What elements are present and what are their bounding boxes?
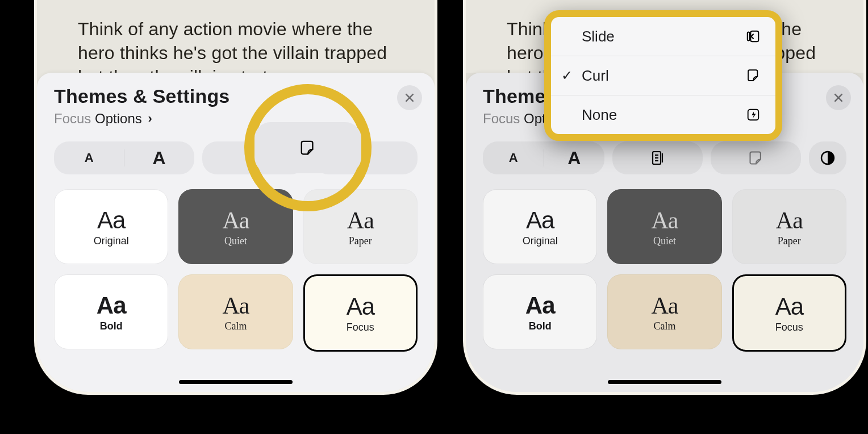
theme-sample: Aa <box>526 207 554 234</box>
phone-left: Think of any action movie where the hero… <box>37 0 435 392</box>
page-turn-menu: Slide ✓ Curl None <box>544 10 782 141</box>
theme-original[interactable]: Aa Original <box>54 189 168 264</box>
theme-sample: Aa <box>97 292 126 319</box>
menu-item-label: Curl <box>582 67 609 85</box>
theme-sample: Aa <box>223 207 249 234</box>
page-curl-icon <box>745 67 762 84</box>
menu-item-slide[interactable]: Slide <box>551 17 775 56</box>
font-size-control[interactable]: A A <box>54 141 194 174</box>
theme-label: Quiet <box>224 235 247 247</box>
scroll-icon <box>649 149 666 166</box>
theme-label: Calm <box>653 320 675 332</box>
theme-paper[interactable]: Aa Paper <box>732 189 846 264</box>
theme-bold[interactable]: Aa Bold <box>483 274 597 349</box>
theme-sample: Aa <box>776 207 803 234</box>
contrast-icon <box>819 149 836 166</box>
theme-sample: Aa <box>652 292 678 319</box>
theme-sample: Aa <box>775 293 803 320</box>
check-icon: ✓ <box>561 68 573 84</box>
options-link: Options <box>95 111 142 126</box>
theme-original[interactable]: Aa Original <box>483 189 597 264</box>
theme-calm[interactable]: Aa Calm <box>607 274 721 349</box>
active-theme-name: Focus <box>483 111 520 126</box>
theme-label: Paper <box>778 235 801 247</box>
menu-item-label: None <box>582 106 617 124</box>
theme-focus[interactable]: Aa Focus <box>303 274 418 352</box>
toolbar: A A <box>483 141 846 174</box>
theme-label: Quiet <box>653 235 676 247</box>
chevron-right-icon: › <box>148 111 152 126</box>
theme-sample: Aa <box>652 207 678 234</box>
theme-bold[interactable]: Aa Bold <box>54 274 168 349</box>
menu-item-label: Slide <box>582 28 615 45</box>
page-curl-icon <box>748 149 765 166</box>
page-turn-button[interactable] <box>254 122 361 173</box>
theme-quiet[interactable]: Aa Quiet <box>607 189 721 264</box>
theme-sample: Aa <box>347 207 374 234</box>
font-larger-button[interactable]: A <box>124 148 194 169</box>
theme-sample: Aa <box>525 292 555 319</box>
slide-icon <box>745 28 762 45</box>
theme-sample: Aa <box>97 207 125 234</box>
close-button[interactable] <box>826 85 851 110</box>
theme-label: Original <box>94 235 129 247</box>
scroll-mode-button[interactable] <box>612 141 703 174</box>
sheet-title: Themes & Settings <box>54 85 418 107</box>
theme-sample: Aa <box>223 292 249 319</box>
menu-item-none[interactable]: None <box>551 95 775 134</box>
bolt-icon <box>745 106 762 123</box>
active-theme-name: Focus <box>54 111 91 126</box>
theme-focus[interactable]: Aa Focus <box>732 274 846 352</box>
page-turn-button[interactable] <box>711 141 801 174</box>
theme-label: Calm <box>224 320 247 332</box>
dark-mode-button[interactable] <box>809 141 846 174</box>
annotation-highlight-ring <box>244 84 372 211</box>
font-larger-button[interactable]: A <box>544 148 604 169</box>
home-indicator <box>608 380 721 384</box>
theme-sample: Aa <box>347 293 374 320</box>
theme-label: Bold <box>100 320 123 332</box>
theme-grid: Aa Original Aa Quiet Aa Paper Aa Bold Aa <box>483 189 846 352</box>
page-curl-icon <box>299 139 316 156</box>
font-size-control[interactable]: A A <box>483 141 604 174</box>
theme-label: Bold <box>529 320 552 332</box>
theme-calm[interactable]: Aa Calm <box>178 274 293 349</box>
theme-label: Focus <box>775 322 803 333</box>
font-smaller-button[interactable]: A <box>54 151 124 165</box>
theme-label: Original <box>523 235 558 247</box>
svg-rect-7 <box>748 32 750 41</box>
theme-label: Paper <box>349 235 372 247</box>
theme-label: Focus <box>347 322 374 333</box>
close-icon <box>404 92 415 103</box>
theme-grid: Aa Original Aa Quiet Aa Paper Aa Bold Aa <box>54 189 418 352</box>
menu-item-curl[interactable]: ✓ Curl <box>551 56 775 95</box>
font-smaller-button[interactable]: A <box>483 151 544 165</box>
home-indicator <box>179 380 293 384</box>
themes-sheet: Themes & Settings Focus Options › A A Aa… <box>37 73 435 392</box>
close-button[interactable] <box>397 85 422 110</box>
close-icon <box>833 92 844 103</box>
